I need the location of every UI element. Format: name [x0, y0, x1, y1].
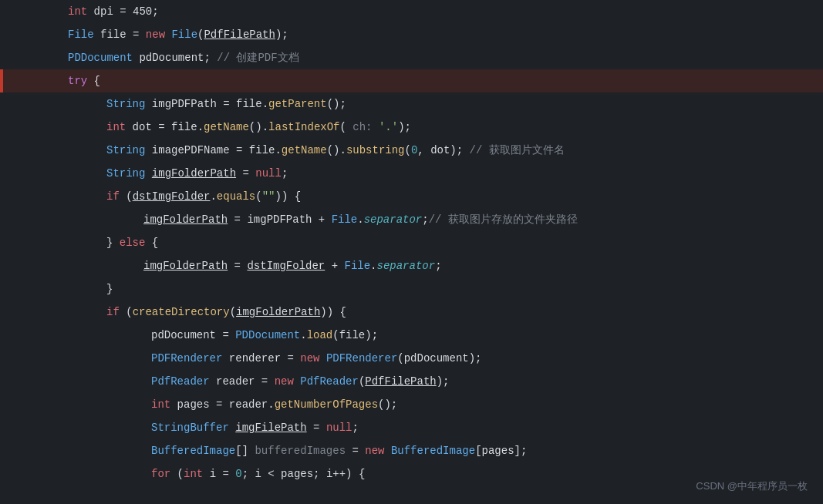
code-line-4: try { — [0, 69, 823, 92]
code-text: dot = file. — [126, 116, 204, 139]
code-editor: int dpi = 450; File file = new File(PdfF… — [0, 0, 823, 504]
code-text: ( — [120, 301, 133, 324]
code-line-6: int dot = file.getName().lastIndexOf( ch… — [0, 116, 823, 139]
param-label: ch: — [352, 116, 372, 139]
code-text: (). — [327, 139, 346, 162]
code-text: ; — [282, 162, 288, 185]
code-text: renderer = — [222, 347, 300, 370]
param-pdffilepath: PdfFilePath — [204, 23, 275, 46]
code-line-15: pdDocument = PDDocument.load(file); — [0, 324, 823, 347]
class-file3: File — [344, 254, 370, 277]
keyword-int: int — [68, 0, 87, 23]
method-getnumpages: getNumberOfPages — [275, 393, 378, 416]
var-imgfolderpath3: imgFolderPath — [143, 254, 228, 277]
keyword-for: for — [151, 462, 170, 486]
code-text: ( — [405, 139, 411, 162]
code-line-18: int pages = reader.getNumberOfPages(); — [0, 393, 823, 416]
code-text: imagePDFName = file. — [145, 139, 281, 162]
num-zero2: 0 — [235, 462, 241, 486]
code-text: { — [87, 69, 100, 92]
keyword-else: else — [120, 231, 146, 254]
code-text: (). — [249, 116, 268, 139]
class-bufferedimage2: BufferedImage — [391, 439, 475, 462]
class-pdfrenderer: PDFRenderer — [326, 347, 397, 370]
code-text: (); — [378, 393, 397, 416]
type-string2: String — [106, 139, 145, 162]
method-load: load — [307, 324, 333, 347]
code-text: [] — [235, 439, 255, 462]
code-text: pages = reader. — [170, 393, 274, 416]
code-text: [pages]; — [475, 439, 527, 462]
param-pdffilepath2: PdfFilePath — [365, 370, 436, 393]
code-text: } — [106, 231, 120, 254]
keyword-if2: if — [106, 301, 120, 324]
type-pdfrenderer: PDFRenderer — [151, 347, 222, 370]
code-line-7: String imagePDFName = file.getName().sub… — [0, 139, 823, 162]
keyword-null: null — [255, 162, 282, 185]
field-separator: separator — [364, 208, 423, 231]
code-text: . — [300, 324, 306, 347]
type-string3: String — [106, 162, 145, 185]
code-text — [319, 347, 325, 370]
keyword-int3: int — [151, 393, 170, 416]
comment: // 创建PDF文档 — [217, 46, 299, 69]
code-line-10: imgFolderPath = imgPDFPath + File.separa… — [0, 208, 823, 231]
watermark: CSDN @中年程序员一枚 — [696, 475, 808, 498]
num-zero: 0 — [411, 139, 417, 162]
code-text: (file); — [332, 324, 378, 347]
code-text: )) { — [275, 185, 302, 208]
code-text: = — [228, 254, 247, 277]
code-text: )) { — [320, 301, 346, 324]
code-text: (); — [327, 92, 346, 116]
code-text: ; — [435, 254, 441, 277]
code-text: } — [106, 277, 113, 301]
highlight-bar — [0, 69, 3, 92]
code-text: ; — [422, 208, 428, 231]
code-line-20: BufferedImage[] bufferedImages = new Buf… — [0, 439, 823, 462]
method-getparent: getParent — [268, 92, 327, 116]
var-imgfilepath: imgFilePath — [235, 416, 306, 439]
type-stringbuffer: StringBuffer — [151, 416, 229, 439]
keyword-new3: new — [275, 370, 294, 393]
keyword-null2: null — [326, 416, 352, 439]
code-line-19: StringBuffer imgFilePath = null; — [0, 416, 823, 439]
code-text: = imgPDFPath + — [228, 208, 331, 231]
code-line-5: String imgPDFPath = file.getParent(); — [0, 92, 823, 116]
code-text: ( — [120, 185, 133, 208]
code-text: ); — [275, 23, 288, 46]
code-text: pdDocument; — [133, 46, 217, 69]
code-line-8: String imgFolderPath = null; — [0, 162, 823, 185]
code-text: file = — [94, 23, 146, 46]
var-imgfolderpath4: imgFolderPath — [236, 301, 320, 324]
code-text: = — [307, 416, 326, 439]
code-line-9: if (dstImgFolder.equals("")) { — [0, 185, 823, 208]
type-pdfreader: PdfReader — [151, 370, 210, 393]
code-text: = — [346, 439, 365, 462]
method-getname2: getName — [282, 139, 327, 162]
code-text: ( — [197, 23, 204, 46]
code-text: ); — [398, 116, 411, 139]
keyword-int4: int — [184, 462, 203, 486]
type-bufferedimage: BufferedImage — [151, 439, 235, 462]
keyword-int2: int — [106, 116, 126, 139]
comment2: // 获取图片文件名 — [470, 139, 565, 162]
string-dot: '.' — [379, 116, 398, 139]
method-lastindexof: lastIndexOf — [268, 116, 339, 139]
code-text: pdDocument = — [151, 324, 235, 347]
code-text: ( — [255, 185, 261, 208]
code-text: , dot); — [417, 139, 469, 162]
code-text: ); — [437, 370, 450, 393]
var-bufferedimages: bufferedImages — [255, 439, 346, 462]
code-line-13: } — [0, 277, 823, 301]
code-text: { — [145, 231, 158, 254]
code-line-12: imgFolderPath = dstImgFolder + File.sepa… — [0, 254, 823, 277]
class-file2: File — [332, 208, 358, 231]
keyword-new: new — [146, 23, 165, 46]
code-text: (pdDocument); — [397, 347, 481, 370]
keyword-new2: new — [300, 347, 319, 370]
method-createdirectory: createDirectory — [133, 301, 230, 324]
code-text — [145, 162, 151, 185]
code-text: ; i < pages; i++) { — [242, 462, 366, 486]
code-text: + — [325, 254, 344, 277]
code-text: dpi = 450; — [87, 0, 158, 23]
